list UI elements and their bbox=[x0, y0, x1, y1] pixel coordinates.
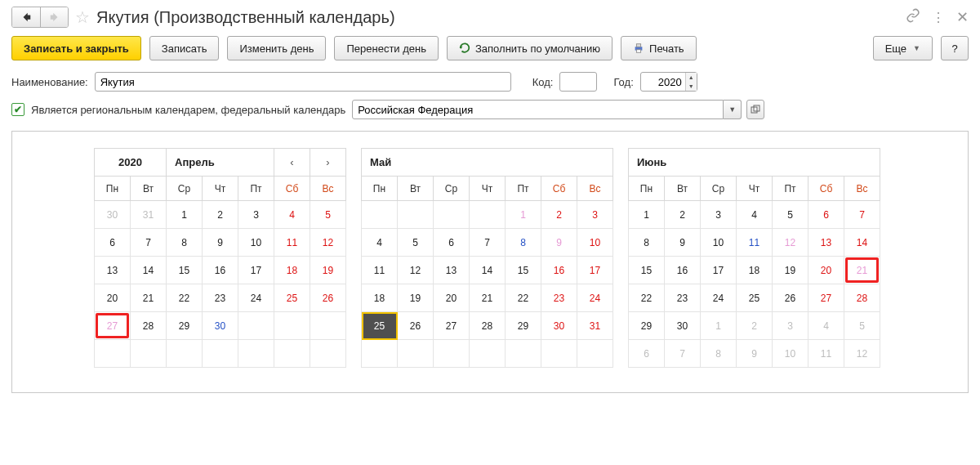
calendar-year-cell[interactable]: 2020 bbox=[95, 149, 167, 177]
calendar-day[interactable]: 21 bbox=[131, 284, 167, 312]
calendar-day[interactable]: 24 bbox=[701, 284, 737, 312]
month-name-cell[interactable]: Май bbox=[362, 149, 613, 177]
regional-checkbox[interactable]: ✔ bbox=[11, 103, 24, 116]
calendar-day[interactable]: 22 bbox=[629, 284, 665, 312]
calendar-day[interactable]: 26 bbox=[398, 312, 434, 340]
calendar-day[interactable]: 16 bbox=[541, 257, 577, 284]
calendar-day[interactable]: 23 bbox=[203, 284, 238, 312]
calendar-day[interactable]: 3 bbox=[701, 201, 737, 229]
calendar-day[interactable]: 1 bbox=[506, 201, 541, 229]
calendar-day[interactable]: 24 bbox=[238, 284, 274, 312]
calendar-day[interactable]: 16 bbox=[665, 257, 701, 284]
calendar-day[interactable]: 11 bbox=[737, 229, 773, 257]
calendar-day[interactable]: 14 bbox=[844, 229, 880, 257]
calendar-day[interactable]: 4 bbox=[274, 201, 310, 229]
calendar-day[interactable]: 8 bbox=[629, 229, 665, 257]
calendar-day[interactable]: 8 bbox=[701, 340, 737, 368]
calendar-day[interactable]: 4 bbox=[808, 312, 844, 340]
calendar-day[interactable]: 14 bbox=[131, 257, 167, 284]
code-input[interactable] bbox=[559, 72, 597, 92]
year-down-button[interactable]: ▼ bbox=[685, 82, 697, 91]
calendar-day[interactable]: 15 bbox=[629, 257, 665, 284]
year-up-button[interactable]: ▲ bbox=[685, 73, 697, 82]
next-month-button[interactable]: › bbox=[310, 149, 346, 177]
calendar-day[interactable]: 12 bbox=[773, 229, 808, 257]
more-button[interactable]: Еще ▼ bbox=[873, 36, 933, 60]
calendar-day[interactable]: 9 bbox=[541, 229, 577, 257]
calendar-day[interactable]: 26 bbox=[310, 284, 346, 312]
calendar-day[interactable]: 31 bbox=[577, 312, 613, 340]
back-button[interactable] bbox=[12, 7, 40, 27]
fill-default-button[interactable]: Заполнить по умолчанию bbox=[447, 36, 612, 60]
favorite-star-icon[interactable]: ☆ bbox=[75, 7, 90, 27]
calendar-day[interactable]: 6 bbox=[808, 201, 844, 229]
calendar-day[interactable]: 27 bbox=[434, 312, 470, 340]
calendar-day[interactable]: 7 bbox=[470, 229, 506, 257]
name-input[interactable] bbox=[95, 72, 511, 92]
calendar-day[interactable]: 31 bbox=[131, 201, 167, 229]
calendar-day[interactable]: 10 bbox=[701, 229, 737, 257]
calendar-day[interactable]: 23 bbox=[541, 284, 577, 312]
calendar-day[interactable]: 30 bbox=[95, 201, 131, 229]
kebab-menu-icon[interactable]: ⋮ bbox=[932, 10, 945, 25]
calendar-day[interactable]: 30 bbox=[203, 312, 238, 340]
calendar-day[interactable]: 9 bbox=[203, 229, 238, 257]
calendar-day[interactable]: 15 bbox=[506, 257, 541, 284]
move-day-button[interactable]: Перенести день bbox=[334, 36, 439, 60]
write-and-close-button[interactable]: Записать и закрыть bbox=[11, 36, 141, 60]
calendar-day[interactable]: 28 bbox=[470, 312, 506, 340]
month-name-cell[interactable]: Апрель bbox=[167, 149, 274, 177]
calendar-day[interactable]: 17 bbox=[238, 257, 274, 284]
help-button[interactable]: ? bbox=[941, 36, 969, 60]
calendar-day[interactable]: 5 bbox=[398, 229, 434, 257]
calendar-day[interactable]: 23 bbox=[665, 284, 701, 312]
calendar-day[interactable]: 21 bbox=[470, 284, 506, 312]
calendar-day[interactable]: 1 bbox=[701, 312, 737, 340]
calendar-day[interactable]: 17 bbox=[577, 257, 613, 284]
calendar-day[interactable]: 1 bbox=[629, 201, 665, 229]
calendar-day[interactable]: 17 bbox=[701, 257, 737, 284]
calendar-day[interactable]: 19 bbox=[398, 284, 434, 312]
calendar-day[interactable]: 12 bbox=[844, 340, 880, 368]
calendar-day[interactable]: 2 bbox=[737, 312, 773, 340]
calendar-day[interactable]: 6 bbox=[434, 229, 470, 257]
calendar-day[interactable]: 22 bbox=[167, 284, 203, 312]
calendar-day[interactable]: 2 bbox=[203, 201, 238, 229]
forward-button[interactable] bbox=[40, 7, 68, 27]
calendar-day[interactable]: 9 bbox=[737, 340, 773, 368]
calendar-day[interactable]: 7 bbox=[844, 201, 880, 229]
close-icon[interactable]: ✕ bbox=[956, 8, 969, 26]
calendar-day[interactable]: 8 bbox=[167, 229, 203, 257]
link-icon[interactable] bbox=[906, 8, 920, 26]
calendar-day[interactable]: 28 bbox=[844, 284, 880, 312]
calendar-day[interactable]: 9 bbox=[665, 229, 701, 257]
calendar-day[interactable]: 20 bbox=[95, 284, 131, 312]
calendar-day[interactable]: 24 bbox=[577, 284, 613, 312]
calendar-day[interactable]: 2 bbox=[541, 201, 577, 229]
calendar-day[interactable]: 29 bbox=[167, 312, 203, 340]
write-button[interactable]: Записать bbox=[149, 36, 220, 60]
calendar-day[interactable]: 11 bbox=[362, 257, 398, 284]
calendar-day[interactable]: 30 bbox=[665, 312, 701, 340]
calendar-day[interactable]: 29 bbox=[506, 312, 541, 340]
calendar-day[interactable]: 22 bbox=[506, 284, 541, 312]
calendar-day[interactable]: 6 bbox=[629, 340, 665, 368]
calendar-day[interactable]: 25 bbox=[362, 312, 398, 340]
calendar-day[interactable]: 15 bbox=[167, 257, 203, 284]
calendar-day[interactable]: 25 bbox=[274, 284, 310, 312]
calendar-day[interactable]: 30 bbox=[541, 312, 577, 340]
calendar-day[interactable]: 12 bbox=[310, 229, 346, 257]
calendar-day[interactable]: 1 bbox=[167, 201, 203, 229]
calendar-day[interactable]: 27 bbox=[95, 312, 131, 340]
calendar-day[interactable]: 3 bbox=[238, 201, 274, 229]
calendar-day[interactable]: 27 bbox=[808, 284, 844, 312]
calendar-day[interactable]: 6 bbox=[95, 229, 131, 257]
calendar-day[interactable]: 11 bbox=[808, 340, 844, 368]
print-button[interactable]: Печать bbox=[621, 36, 697, 60]
federal-calendar-input[interactable] bbox=[352, 100, 724, 119]
calendar-day[interactable]: 16 bbox=[203, 257, 238, 284]
calendar-day[interactable]: 10 bbox=[577, 229, 613, 257]
calendar-day[interactable]: 4 bbox=[362, 229, 398, 257]
calendar-day[interactable]: 18 bbox=[362, 284, 398, 312]
calendar-day[interactable]: 26 bbox=[773, 284, 808, 312]
